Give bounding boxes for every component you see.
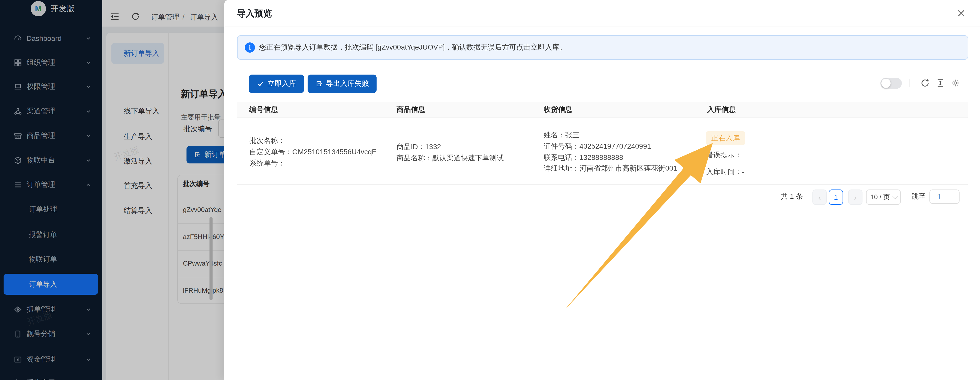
page-number: 1: [834, 193, 838, 201]
address: 详细地址：河南省郑州市高新区莲花街001: [544, 163, 677, 175]
reload-icon[interactable]: [921, 79, 929, 87]
info-icon: i: [245, 42, 255, 52]
page-size-value: 10 / 页: [870, 192, 890, 202]
system-order-no: 系统单号：: [249, 157, 377, 169]
export-icon: [315, 80, 322, 87]
chevron-left-icon: ‹: [818, 193, 821, 202]
import-now-button[interactable]: 立即入库: [249, 75, 304, 93]
button-label: 立即入库: [267, 79, 296, 88]
receiver-name: 姓名：张三: [544, 130, 677, 141]
id-number: 证件号码：432524197707240991: [544, 141, 677, 152]
chevron-down-icon: [892, 194, 898, 199]
jump-to-input[interactable]: 1: [929, 189, 959, 204]
jump-to-label: 跳至: [912, 189, 926, 204]
column-header: 商品信息: [396, 102, 425, 118]
column-header: 编号信息: [249, 102, 278, 118]
table-row: 批次名称： 自定义单号：GM251015134556U4vcqE 系统单号： 商…: [237, 118, 968, 185]
app-root: M 开发版 Dashboard 组织管理 权限管理 渠道管理 商品管理: [0, 0, 980, 380]
cell-product-info: 商品ID：1332 商品名称：默认渠道快速下单测试: [396, 142, 504, 164]
cell-inbound-info: 正在入库 错误提示： 入库时间：-: [706, 131, 745, 178]
pagination-total: 共 1 条: [781, 189, 803, 204]
pagination-next-button[interactable]: ›: [848, 189, 862, 205]
phone-number: 联系电话：13288888888: [544, 152, 677, 163]
table-header-row: 编号信息 商品信息 收货信息 入库信息: [237, 102, 968, 118]
page-size-select[interactable]: 10 / 页: [866, 189, 901, 205]
status-badge: 正在入库: [706, 131, 745, 145]
header-divider: [224, 27, 980, 27]
custom-order-no: 自定义单号：GM251015134556U4vcqE: [249, 146, 377, 158]
product-id: 商品ID：1332: [396, 142, 504, 153]
column-header: 收货信息: [544, 102, 572, 118]
cell-number-info: 批次名称： 自定义单号：GM251015134556U4vcqE 系统单号：: [249, 135, 377, 169]
gear-icon[interactable]: [951, 79, 959, 87]
import-preview-drawer: 导入预览 i 您正在预览导入订单数据，批次编码 [gZvv00atYqeJUOV…: [224, 0, 980, 380]
drawer-title: 导入预览: [237, 8, 272, 19]
toggle-knob: [881, 79, 891, 88]
pagination-page-1[interactable]: 1: [829, 189, 843, 205]
product-name: 商品名称：默认渠道快速下单测试: [396, 153, 504, 164]
alert-message: 您正在预览导入订单数据，批次编码 [gZvv00atYqeJUOVP]，确认数据…: [259, 36, 566, 59]
info-alert: i 您正在预览导入订单数据，批次编码 [gZvv00atYqeJUOVP]，确认…: [237, 35, 968, 60]
batch-name: 批次名称：: [249, 135, 377, 146]
pagination-prev-button[interactable]: ‹: [812, 189, 827, 205]
inbound-time: 入库时间：-: [706, 167, 745, 178]
export-failed-button[interactable]: 导出入库失败: [308, 75, 377, 93]
row-height-icon[interactable]: [936, 79, 945, 87]
column-header: 入库信息: [707, 102, 736, 118]
button-label: 导出入库失败: [326, 79, 369, 88]
error-hint: 错误提示：: [706, 149, 745, 161]
toolbar-divider: [910, 79, 910, 87]
cell-receiver-info: 姓名：张三 证件号码：432524197707240991 联系电话：13288…: [544, 130, 677, 174]
close-icon[interactable]: [955, 7, 967, 19]
toggle-switch[interactable]: [880, 78, 902, 89]
chevron-right-icon: ›: [854, 193, 857, 202]
check-icon: [257, 80, 264, 87]
